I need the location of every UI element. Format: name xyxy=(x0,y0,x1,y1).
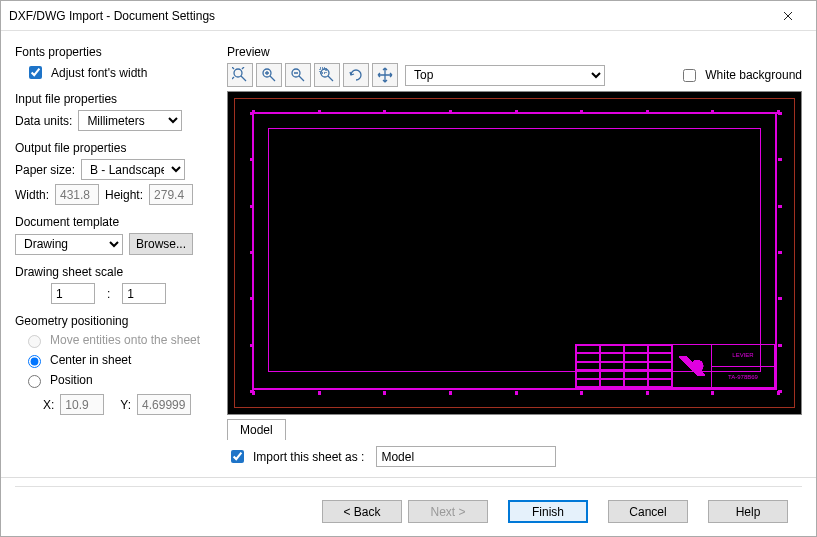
tick-mark xyxy=(449,391,452,395)
template-row: Drawing Browse... xyxy=(15,233,215,255)
adjust-font-width-row[interactable]: Adjust font's width xyxy=(25,63,215,82)
tick-mark xyxy=(646,110,649,114)
fonts-group: Fonts properties Adjust font's width xyxy=(15,45,215,82)
import-sheet-checkbox-row[interactable]: Import this sheet as : xyxy=(227,447,364,466)
zoom-out-icon xyxy=(290,67,306,83)
pan-button[interactable] xyxy=(372,63,398,87)
output-file-group-title: Output file properties xyxy=(15,141,215,155)
scale-separator: : xyxy=(101,287,116,301)
scale-group: Drawing sheet scale : xyxy=(15,265,215,304)
template-select[interactable]: Drawing xyxy=(15,234,123,255)
import-sheet-name-field[interactable] xyxy=(376,446,556,467)
center-radio-row[interactable]: Center in sheet xyxy=(23,352,215,368)
tick-mark xyxy=(778,297,782,300)
tick-mark xyxy=(383,391,386,395)
titleblock-number: TA-978B69 xyxy=(712,367,774,388)
output-file-group: Output file properties Paper size: B - L… xyxy=(15,141,215,205)
close-button[interactable] xyxy=(768,2,808,30)
tick-mark xyxy=(250,251,254,254)
input-file-group-title: Input file properties xyxy=(15,92,215,106)
tick-mark xyxy=(250,158,254,161)
tick-mark xyxy=(318,391,321,395)
svg-point-0 xyxy=(234,69,242,77)
tick-mark xyxy=(383,110,386,114)
paper-size-label: Paper size: xyxy=(15,163,75,177)
white-background-checkbox[interactable] xyxy=(683,69,696,82)
paper-size-row: Paper size: B - Landscape xyxy=(15,159,215,180)
view-select[interactable]: Top xyxy=(405,65,605,86)
sheet-tabstrip: Model xyxy=(227,419,802,440)
cancel-button[interactable]: Cancel xyxy=(608,500,688,523)
zoom-fit-button[interactable] xyxy=(227,63,253,87)
move-entities-radio-row: Move entities onto the sheet xyxy=(23,332,215,348)
zoom-out-button[interactable] xyxy=(285,63,311,87)
scale-row: : xyxy=(51,283,215,304)
position-x-label: X: xyxy=(43,398,54,412)
zoom-in-icon xyxy=(261,67,277,83)
width-field xyxy=(55,184,99,205)
tick-mark xyxy=(711,391,714,395)
left-panel: Fonts properties Adjust font's width Inp… xyxy=(15,45,215,467)
tick-mark xyxy=(515,391,518,395)
zoom-in-button[interactable] xyxy=(256,63,282,87)
tick-mark xyxy=(778,390,782,393)
browse-button[interactable]: Browse... xyxy=(129,233,193,255)
tick-mark xyxy=(778,344,782,347)
tick-mark xyxy=(250,390,254,393)
import-sheet-row: Import this sheet as : xyxy=(227,446,802,467)
close-icon xyxy=(783,11,793,21)
tick-mark xyxy=(449,110,452,114)
height-field xyxy=(149,184,193,205)
position-radio-row[interactable]: Position xyxy=(23,372,215,388)
window-title: DXF/DWG Import - Document Settings xyxy=(9,9,215,23)
import-sheet-checkbox[interactable] xyxy=(231,450,244,463)
paper-size-select[interactable]: B - Landscape xyxy=(81,159,185,180)
geometry-group-title: Geometry positioning xyxy=(15,314,215,328)
tab-model[interactable]: Model xyxy=(227,419,286,440)
adjust-font-width-checkbox[interactable] xyxy=(29,66,42,79)
tick-mark xyxy=(318,110,321,114)
pan-icon xyxy=(377,67,393,83)
projection-symbol-icon xyxy=(679,356,705,376)
content-area: Fonts properties Adjust font's width Inp… xyxy=(1,31,816,467)
scale-denominator[interactable] xyxy=(122,283,166,304)
move-entities-radio xyxy=(28,335,41,348)
position-y-label: Y: xyxy=(120,398,131,412)
data-units-select[interactable]: Millimeters xyxy=(78,110,182,131)
input-file-group: Input file properties Data units: Millim… xyxy=(15,92,215,131)
template-group-title: Document template xyxy=(15,215,215,229)
preview-canvas[interactable]: LEVIER TA-978B69 xyxy=(227,91,802,415)
tick-mark xyxy=(250,297,254,300)
zoom-window-button[interactable] xyxy=(314,63,340,87)
titleblock-name: LEVIER xyxy=(712,345,774,367)
width-label: Width: xyxy=(15,188,49,202)
tick-mark xyxy=(250,205,254,208)
fonts-group-title: Fonts properties xyxy=(15,45,215,59)
move-entities-label: Move entities onto the sheet xyxy=(50,333,200,347)
tick-mark xyxy=(250,112,254,115)
scale-numerator[interactable] xyxy=(51,283,95,304)
tick-mark xyxy=(580,110,583,114)
position-xy-row: X: Y: xyxy=(43,394,215,415)
tick-mark xyxy=(778,112,782,115)
center-radio[interactable] xyxy=(28,355,41,368)
scale-group-title: Drawing sheet scale xyxy=(15,265,215,279)
dialog-window: DXF/DWG Import - Document Settings Fonts… xyxy=(0,0,817,537)
position-y-field xyxy=(137,394,191,415)
drawing-margin-frame xyxy=(268,128,761,372)
separator xyxy=(1,477,816,478)
tick-mark xyxy=(711,110,714,114)
paper-dims-row: Width: Height: xyxy=(15,184,215,205)
import-sheet-label: Import this sheet as : xyxy=(253,450,364,464)
help-button[interactable]: Help xyxy=(708,500,788,523)
finish-button[interactable]: Finish xyxy=(508,500,588,523)
position-label: Position xyxy=(50,373,93,387)
data-units-row: Data units: Millimeters xyxy=(15,110,215,131)
position-radio[interactable] xyxy=(28,375,41,388)
white-background-label: White background xyxy=(705,68,802,82)
white-background-row[interactable]: White background xyxy=(679,66,802,85)
back-button[interactable]: < Back xyxy=(322,500,402,523)
tick-mark xyxy=(250,344,254,347)
next-button: Next > xyxy=(408,500,488,523)
rotate-button[interactable] xyxy=(343,63,369,87)
